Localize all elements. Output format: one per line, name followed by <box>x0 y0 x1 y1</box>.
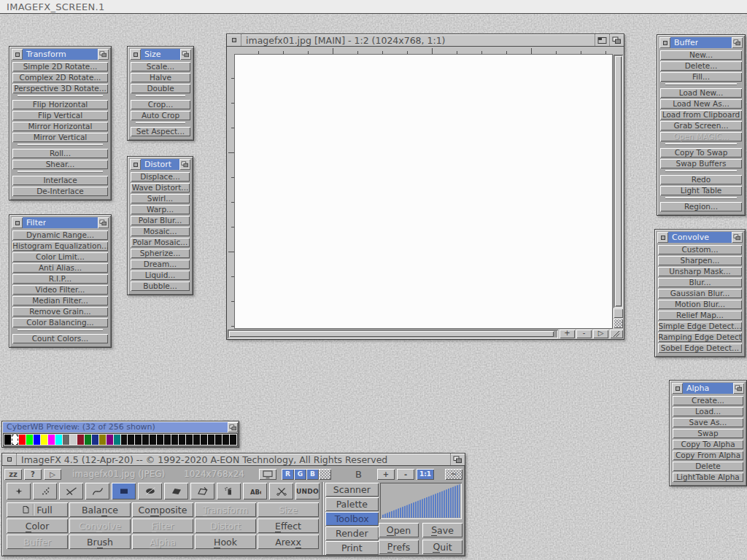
color-swatch-29[interactable] <box>215 435 222 445</box>
depth-gadget-icon[interactable] <box>179 159 190 170</box>
panel-button-dream[interactable]: Dream... <box>131 260 190 269</box>
close-icon[interactable] <box>657 232 668 243</box>
vertical-scroll-track[interactable] <box>614 55 623 308</box>
horizontal-scroll-track[interactable] <box>228 330 558 338</box>
panel-button-median-filter[interactable]: Median Filter... <box>12 296 108 306</box>
box-tool-button[interactable] <box>112 483 136 499</box>
panel-button-motion-blur[interactable]: Motion Blur... <box>658 300 742 309</box>
spray-tool-button[interactable] <box>217 483 241 499</box>
color-swatch-5[interactable] <box>41 435 47 445</box>
command-button-color[interactable]: Color <box>7 518 68 533</box>
color-swatch-9[interactable] <box>70 435 77 445</box>
panel-button-gaussian-blur[interactable]: Gaussian Blur... <box>658 289 742 298</box>
color-swatch-28[interactable] <box>208 435 214 445</box>
panel-button-complex-2d-rotate[interactable]: Complex 2D Rotate... <box>12 73 108 82</box>
panel-button-halve[interactable]: Halve <box>131 73 190 82</box>
color-swatch-13[interactable] <box>99 435 106 445</box>
color-swatch-12[interactable] <box>92 435 98 445</box>
panel-button-color-balancing[interactable]: Color Balancing... <box>12 318 108 327</box>
color-swatch-31[interactable] <box>230 435 236 445</box>
color-swatch-14[interactable] <box>107 435 113 445</box>
panel-button-grab-screen[interactable]: Grab Screen... <box>660 121 742 131</box>
screen-mode-button[interactable] <box>259 469 276 480</box>
panel-button-relief-map[interactable]: Relief Map... <box>658 311 742 320</box>
scroll-gadget[interactable] <box>614 308 623 318</box>
color-swatch-6[interactable] <box>48 435 55 445</box>
image-canvas[interactable] <box>234 54 613 329</box>
panel-button-warp[interactable]: Warp... <box>131 205 190 214</box>
depth-gadget-icon[interactable] <box>180 49 191 60</box>
panel-convolve-titlebar[interactable]: Convolve <box>657 232 743 243</box>
command-button-brush[interactable]: Brush <box>69 534 131 549</box>
depth-gadget-icon[interactable] <box>732 37 743 48</box>
panel-button-delete[interactable]: Delete... <box>660 61 742 71</box>
panel-button-perspective-3d-rotate[interactable]: Perspective 3D Rotate... <box>12 84 108 93</box>
depth-gadget-icon[interactable] <box>733 383 744 394</box>
color-swatch-22[interactable] <box>164 435 171 445</box>
mode-button-render[interactable]: Render <box>325 526 379 540</box>
help-button[interactable]: ? <box>24 469 42 480</box>
dither-pattern-button[interactable]: ~ <box>445 469 462 480</box>
color-swatch-8[interactable] <box>63 435 69 445</box>
panel-button-fill[interactable]: Fill... <box>660 72 742 82</box>
color-swatch-15[interactable] <box>114 435 120 445</box>
panel-button-auto-crop[interactable]: Auto Crop <box>131 111 190 120</box>
panel-button-double[interactable]: Double <box>131 84 190 93</box>
command-button-effect[interactable]: Effect <box>258 518 319 533</box>
zoom-out-button[interactable]: - <box>576 330 592 338</box>
channel-b-button[interactable]: B <box>306 469 319 480</box>
color-swatch-11[interactable] <box>85 435 91 445</box>
zoom-gadget-icon[interactable] <box>595 34 609 46</box>
panel-button-bubble[interactable]: Bubble... <box>131 281 190 291</box>
depth-gadget-icon[interactable] <box>609 34 624 46</box>
panel-button-spherize[interactable]: Spherize... <box>131 249 190 258</box>
palette-window-titlebar[interactable]: CyberWB Preview: (32 of 256 shown) <box>3 422 238 432</box>
mode-button-print[interactable]: Print <box>325 541 379 555</box>
close-icon[interactable] <box>130 49 141 60</box>
color-swatch-16[interactable] <box>121 435 128 445</box>
color-swatch-7[interactable] <box>55 435 62 445</box>
close-icon[interactable] <box>130 159 141 170</box>
panel-button-crop[interactable]: Crop... <box>131 100 190 109</box>
panel-button-load-new[interactable]: Load New... <box>660 88 742 98</box>
color-swatch-3[interactable] <box>26 435 33 445</box>
depth-gadget-icon[interactable] <box>98 217 109 228</box>
screen-titlebar[interactable]: IMAGEFX_SCREEN.1 <box>0 0 747 14</box>
panel-button-load-from-clipboard[interactable]: Load from Clipboard <box>660 110 742 120</box>
panel-button-copy-from-alpha[interactable]: Copy From Alpha <box>673 451 743 460</box>
panel-button-histogram-equalization[interactable]: Histogram Equalization... <box>12 241 108 251</box>
zoom-in-button[interactable]: + <box>560 330 575 338</box>
mode-button-scanner[interactable]: Scanner <box>325 483 379 497</box>
close-icon[interactable] <box>659 37 670 48</box>
mode-button-palette[interactable]: Palette <box>325 497 379 511</box>
panel-button-lighttable-alpha[interactable]: LightTable Alpha <box>673 472 743 482</box>
panel-button-roll[interactable]: Roll... <box>12 149 108 158</box>
panel-button-flip-vertical[interactable]: Flip Vertical <box>12 111 108 120</box>
color-swatch-17[interactable] <box>128 435 134 445</box>
panel-button-blur[interactable]: Blur... <box>658 278 742 287</box>
command-button-composite[interactable]: Composite <box>132 502 193 517</box>
main-window-titlebar[interactable]: ImageFX 4.5 (12-Apr-20) -- © 1992-2020 A… <box>2 454 465 466</box>
close-icon[interactable] <box>227 34 241 46</box>
panel-button-unsharp-mask[interactable]: Unsharp Mask... <box>658 267 742 276</box>
panel-button-liquid[interactable]: Liquid... <box>131 271 190 280</box>
depth-gadget-icon[interactable] <box>732 232 743 243</box>
color-swatch-4[interactable] <box>34 435 40 445</box>
panel-button-simple-2d-rotate[interactable]: Simple 2D Rotate... <box>12 62 108 71</box>
airbrush-tool-button[interactable] <box>33 483 57 499</box>
depth-gadget-icon[interactable] <box>98 49 109 60</box>
close-icon[interactable] <box>12 49 23 60</box>
panel-button-copy-to-alpha[interactable]: Copy To Alpha <box>673 440 743 449</box>
run-arexx-button[interactable]: ▷ <box>44 469 61 480</box>
action-button-open[interactable]: Open <box>379 523 419 537</box>
panel-button-set-aspect[interactable]: Set Aspect... <box>131 127 190 136</box>
undo-tool-button[interactable]: UNDO <box>295 483 320 499</box>
panel-buffer-titlebar[interactable]: Buffer <box>659 37 743 48</box>
panel-transform-titlebar[interactable]: Transform <box>12 49 109 60</box>
panel-button-delete[interactable]: Delete <box>673 462 743 471</box>
depth-gadget-icon[interactable] <box>228 422 238 432</box>
panel-button-swap-buffers[interactable]: Swap Buffers <box>660 159 742 168</box>
image-window-titlebar[interactable]: imagefx01.jpg [MAIN] - 1:2 (1024x768, 1:… <box>227 34 624 47</box>
command-button-arexx[interactable]: Arexx <box>258 534 319 549</box>
panel-button-polar-mosaic[interactable]: Polar Mosaic... <box>131 238 190 247</box>
